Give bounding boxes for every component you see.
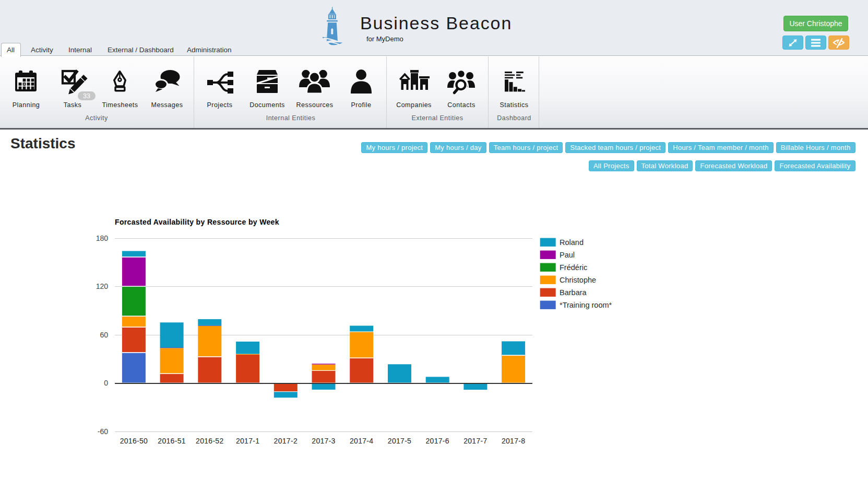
svg-text:2017-8: 2017-8 xyxy=(502,437,525,445)
svg-text:2017-1: 2017-1 xyxy=(236,437,259,445)
svg-text:2017-5: 2017-5 xyxy=(388,437,411,445)
svg-text:2017-3: 2017-3 xyxy=(312,437,335,445)
svg-text:Paul: Paul xyxy=(560,251,575,259)
svg-text:Roland: Roland xyxy=(560,238,584,247)
svg-text:60: 60 xyxy=(100,331,108,339)
svg-text:-60: -60 xyxy=(98,427,108,436)
svg-text:2016-50: 2016-50 xyxy=(120,437,148,445)
svg-text:Forcasted Availability by Ress: Forcasted Availability by Ressource by W… xyxy=(115,218,279,226)
svg-text:Barbara: Barbara xyxy=(560,288,587,297)
svg-text:2017-4: 2017-4 xyxy=(350,437,373,445)
svg-text:2016-52: 2016-52 xyxy=(196,437,223,445)
svg-text:0: 0 xyxy=(104,379,108,387)
svg-text:Christophe: Christophe xyxy=(560,276,596,284)
svg-text:Frédéric: Frédéric xyxy=(560,263,587,272)
svg-text:2017-7: 2017-7 xyxy=(463,437,487,445)
svg-text:2016-51: 2016-51 xyxy=(158,437,185,445)
svg-text:120: 120 xyxy=(96,282,109,290)
svg-text:180: 180 xyxy=(96,234,109,242)
svg-text:*Training room*: *Training room* xyxy=(560,301,612,309)
svg-text:2017-2: 2017-2 xyxy=(274,437,298,445)
svg-text:2017-6: 2017-6 xyxy=(425,437,449,445)
